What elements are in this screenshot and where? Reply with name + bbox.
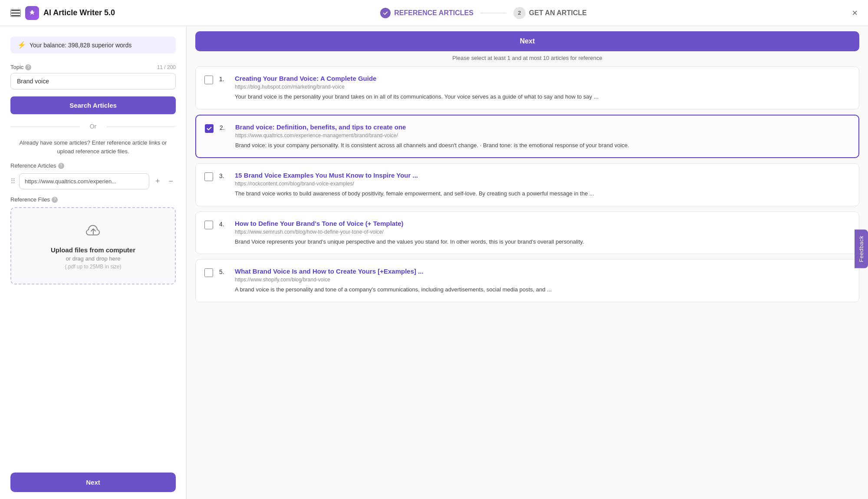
article-checkbox-2[interactable] [205, 124, 214, 133]
article-card: 1. Creating Your Brand Voice: A Complete… [195, 66, 859, 109]
main-layout: ⚡ Your balance: 398,828 superior words T… [0, 26, 868, 499]
topic-input[interactable] [10, 73, 176, 89]
article-checkbox-5[interactable] [204, 268, 213, 277]
ref-articles-label: Reference Articles [10, 162, 56, 169]
ref-articles-label-row: Reference Articles ? [10, 162, 176, 169]
article-body: Creating Your Brand Voice: A Complete Gu… [235, 75, 850, 101]
upload-sub: or drag and drop here [18, 255, 168, 262]
helper-text: Already have some articles? Enter refere… [10, 139, 176, 155]
article-num: 2. [220, 124, 229, 131]
lightning-icon: ⚡ [17, 41, 26, 49]
article-title[interactable]: Creating Your Brand Voice: A Complete Gu… [235, 75, 850, 82]
article-num: 5. [219, 268, 229, 275]
step-2-label: GET AN ARTICLE [529, 9, 587, 17]
files-label-row: Reference Files ? [10, 196, 176, 203]
step-1-check-icon [380, 8, 391, 18]
app-title: AI Article Writer 5.0 [43, 8, 115, 17]
remove-url-button[interactable]: − [166, 175, 176, 188]
article-num: 1. [219, 76, 229, 83]
article-url: https://rockcontent.com/blog/brand-voice… [235, 181, 850, 187]
article-body: 15 Brand Voice Examples You Must Know to… [235, 172, 850, 198]
step-1: REFERENCE ARTICLES [380, 8, 473, 18]
app-header: AI Article Writer 5.0 REFERENCE ARTICLES… [0, 0, 868, 26]
step-1-label: REFERENCE ARTICLES [394, 9, 473, 17]
close-button[interactable]: × [852, 7, 858, 19]
feedback-button[interactable]: Feedback [855, 229, 868, 268]
sidebar-next-button[interactable]: Next [10, 473, 176, 492]
feedback-tab-wrapper: Feedback [855, 229, 868, 270]
article-title[interactable]: Brand voice: Definition, benefits, and t… [235, 123, 850, 131]
url-input[interactable] [19, 173, 149, 189]
content-area: Next Please select at least 1 and at mos… [187, 26, 868, 499]
url-row: ⠿ + − [10, 173, 176, 189]
article-title[interactable]: How to Define Your Brand's Tone of Voice… [235, 220, 850, 227]
upload-title: Upload files from computer [18, 246, 168, 254]
files-label: Reference Files [10, 196, 50, 203]
article-snippet: Brand Voice represents your brand's uniq… [235, 238, 850, 246]
article-url: https://www.qualtrics.com/experience-man… [235, 132, 850, 139]
article-url: https://www.shopify.com/blog/brand-voice [235, 277, 850, 283]
sidebar: ⚡ Your balance: 398,828 superior words T… [0, 26, 187, 499]
balance-text: Your balance: 398,828 superior words [30, 42, 132, 49]
upload-hint: (.pdf up to 25MB in size) [18, 264, 168, 270]
upload-cloud-icon [18, 222, 168, 243]
article-card: 5. What Brand Voice Is and How to Create… [195, 259, 859, 302]
menu-button[interactable] [10, 9, 21, 17]
steps-nav: REFERENCE ARTICLES 2 GET AN ARTICLE [380, 7, 587, 19]
article-card: 2. Brand voice: Definition, benefits, an… [195, 115, 859, 159]
top-next-button[interactable]: Next [195, 31, 859, 51]
article-num: 3. [219, 172, 229, 179]
step-2-num: 2 [513, 7, 526, 19]
article-body: How to Define Your Brand's Tone of Voice… [235, 220, 850, 246]
article-snippet: The brand voice works to build awareness… [235, 189, 850, 198]
ref-articles-info-icon: ? [58, 163, 64, 169]
upload-area[interactable]: Upload files from computer or drag and d… [10, 207, 176, 284]
article-snippet: A brand voice is the personality and ton… [235, 285, 850, 294]
step-2: 2 GET AN ARTICLE [513, 7, 587, 19]
topic-char-count: 11 / 200 [157, 64, 176, 70]
article-card: 3. 15 Brand Voice Examples You Must Know… [195, 163, 859, 206]
add-url-button[interactable]: + [153, 175, 163, 188]
article-checkbox-1[interactable] [204, 76, 213, 84]
article-checkbox-4[interactable] [204, 221, 213, 229]
top-next-bar: Next Please select at least 1 and at mos… [187, 26, 868, 66]
drag-handle-icon[interactable]: ⠿ [10, 177, 16, 185]
article-url: https://blog.hubspot.com/marketing/brand… [235, 84, 850, 90]
topic-field-header: Topic ? 11 / 200 [10, 64, 176, 70]
or-divider: Or [10, 123, 176, 130]
files-info-icon: ? [52, 197, 58, 203]
article-title[interactable]: 15 Brand Voice Examples You Must Know to… [235, 172, 850, 179]
articles-list: 1. Creating Your Brand Voice: A Complete… [187, 66, 868, 499]
topic-label: Topic [10, 64, 23, 70]
article-snippet: Brand voice: is your company personality… [235, 141, 850, 150]
select-hint: Please select at least 1 and at most 10 … [195, 55, 859, 61]
article-card: 4. How to Define Your Brand's Tone of Vo… [195, 211, 859, 254]
article-checkbox-3[interactable] [204, 172, 213, 181]
app-logo [25, 6, 39, 20]
article-snippet: Your brand voice is the personality your… [235, 93, 850, 101]
article-url: https://www.semrush.com/blog/how-to-defi… [235, 229, 850, 235]
article-title[interactable]: What Brand Voice Is and How to Create Yo… [235, 268, 850, 275]
article-body: What Brand Voice Is and How to Create Yo… [235, 268, 850, 294]
header-left: AI Article Writer 5.0 [10, 6, 115, 20]
balance-badge: ⚡ Your balance: 398,828 superior words [10, 36, 176, 53]
article-body: Brand voice: Definition, benefits, and t… [235, 123, 850, 150]
article-num: 4. [219, 221, 229, 228]
step-divider [480, 13, 506, 13]
search-articles-button[interactable]: Search Articles [10, 96, 176, 114]
topic-info-icon: ? [25, 64, 31, 70]
